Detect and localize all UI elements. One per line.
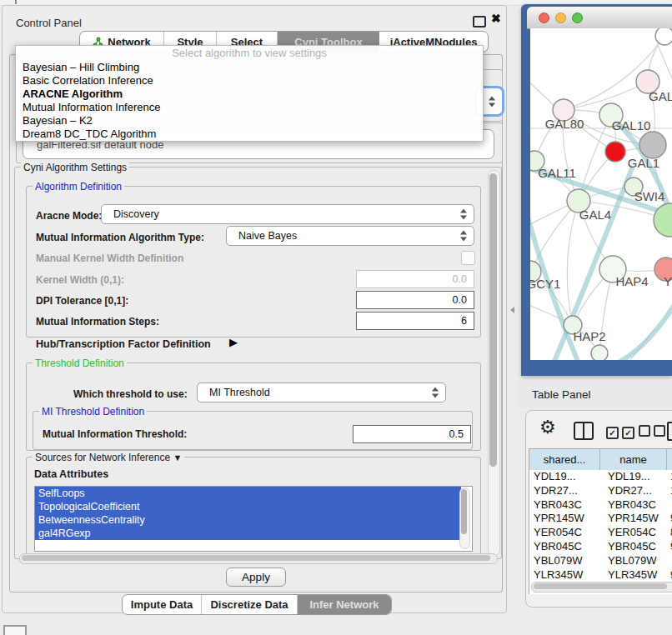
table-column-header[interactable]: shared... [529,449,600,470]
table-cell: YBR043C [529,498,600,512]
network-view-window[interactable]: GALGAL80GAL10GAL1GAL11SWI4GAL4GCY1HAP4YH… [521,4,672,376]
attributes-list-scrollbar[interactable] [459,488,470,549]
algorithm-option[interactable]: Bayesian – Hill Climbing [16,61,483,74]
settings-horizontal-scrollbar[interactable] [19,553,498,564]
table-cell [667,554,672,568]
algorithm-dropdown: Select algorithm to view settings Bayesi… [15,45,484,142]
network-window-titlebar[interactable] [527,7,672,29]
network-node-label: SWI4 [634,189,665,203]
tab-infer-network[interactable]: Infer Network [298,595,391,614]
table-row[interactable]: YER054CYER054C8. [529,526,672,540]
table-row[interactable]: YBR045CYBR045C9. [529,540,672,554]
table-settings-gear-icon[interactable]: ⚙ [539,418,556,437]
kernel-width-field[interactable]: 0.0 [356,270,474,288]
table-cell: YDL19... [600,470,667,484]
docked-panel-icon[interactable] [3,625,27,635]
table-cell: YBL079W [600,554,667,568]
tab-impute-data[interactable]: Impute Data [123,595,202,614]
attribute-list-item[interactable]: TopologicalCoefficient [35,500,461,513]
dpi-tolerance-field[interactable]: 0.0 [356,291,474,309]
algorithm-option[interactable]: Basic Correlation Inference [16,74,483,88]
mi-steps-field[interactable]: 6 [356,312,474,330]
network-node-label: GAL10 [612,118,651,132]
table-cell: YDR27... [529,484,600,498]
table-panel-card: ⚙ ✓✓ shared...name YDL19...YDL19...13YDR… [525,410,672,608]
page-icon[interactable] [667,422,672,441]
table-cell [667,498,672,512]
deselect-checkboxes-icon[interactable] [639,425,669,440]
network-node[interactable] [655,28,672,45]
scrollbar-thumb[interactable] [489,173,497,467]
network-node[interactable] [591,345,608,360]
table-cell: YDR27... [600,484,667,498]
manual-kernel-checkbox[interactable] [461,251,475,265]
scrollbar-thumb[interactable] [461,489,467,534]
network-node-label: GAL11 [538,166,576,180]
toolbar-edge-tick [15,0,17,4]
table-cell: YLR345W [600,568,667,582]
split-columns-icon[interactable] [574,422,594,440]
mi-steps-label: Mutual Information Steps: [36,316,159,328]
aracne-mode-value: Discovery [113,208,159,220]
attribute-list-item[interactable]: SelfLoops [35,487,461,500]
network-node[interactable] [605,142,625,162]
attribute-list-item[interactable]: gal4RGexp [35,527,461,540]
tab-label: Discretize Data [210,598,288,611]
table-cell: 12 [667,484,672,498]
table-cell: YPR145W [600,512,667,526]
close-panel-icon[interactable]: ✖ [491,12,501,25]
aracne-mode-combobox[interactable]: Discovery [101,204,474,224]
tab-discretize-data[interactable]: Discretize Data [202,595,298,614]
algorithm-option[interactable]: ARACNE Algorithm [16,88,483,101]
bottom-tabbar: Impute Data Discretize Data Infer Networ… [122,594,392,615]
collapse-arrow-icon[interactable]: ▼ [173,452,182,462]
table-header-row: shared...name [529,449,672,471]
table-panel-title: Table Panel [532,388,591,401]
select-all-checkboxes-icon[interactable]: ✓✓ [606,424,638,439]
table-row[interactable]: YDR27...YDR27...12 [529,484,672,498]
table-column-header[interactable] [667,449,672,470]
settings-vertical-scrollbar[interactable] [488,170,500,556]
table-row[interactable]: YBR043CYBR043C [529,498,672,512]
dropdown-prompt: Select algorithm to view settings [16,46,483,61]
network-canvas[interactable]: GALGAL80GAL10GAL1GAL11SWI4GAL4GCY1HAP4YH… [530,28,672,360]
zoom-window-icon[interactable] [572,12,583,23]
data-attributes-list[interactable]: SelfLoopsTopologicalCoefficientBetweenne… [34,486,473,552]
combo-arrows-icon [432,388,439,398]
mi-threshold-title: MI Threshold Definition [39,406,147,418]
tab-label: Infer Network [309,598,379,611]
table-row[interactable]: YLR345WYLR345W9. [529,568,672,582]
network-node[interactable] [639,132,666,158]
algorithm-option[interactable]: Dream8 DC_TDC Algorithm [16,128,483,141]
panel-divider-collapse-icon[interactable] [510,307,514,313]
table-cell: 13 [667,470,672,484]
table-cell: 9. [667,512,672,526]
table-horizontal-scrollbar[interactable] [531,582,672,592]
scrollbar-thumb[interactable] [534,583,667,589]
close-window-icon[interactable] [539,12,549,23]
algorithm-option[interactable]: Bayesian – K2 [16,114,483,128]
network-node-label: HAP2 [573,329,605,343]
network-node-label: GAL [649,89,672,103]
table-column-header[interactable]: name [600,449,667,470]
table-cell: YLR345W [529,568,600,582]
table-row[interactable]: YPR145WYPR145W9. [529,512,672,526]
table-row[interactable]: YDL19...YDL19...13 [529,470,672,484]
scrollbar-thumb[interactable] [22,555,490,561]
table-body: YDL19...YDL19...13YDR27...YDR27...12YBR0… [529,470,672,594]
mi-threshold-field[interactable]: 0.5 [353,425,471,443]
network-graph[interactable]: GALGAL80GAL10GAL1GAL11SWI4GAL4GCY1HAP4YH… [530,28,672,360]
algorithm-option[interactable]: Mutual Information Inference [16,101,483,114]
attribute-list-item[interactable]: BetweennessCentrality [35,513,461,527]
which-threshold-label: Which threshold to use: [73,388,188,400]
table-row[interactable]: YBL079WYBL079W [529,554,672,568]
network-node-label: GCY1 [530,277,560,291]
mi-type-value: Naive Bayes [238,230,297,242]
mi-type-combobox[interactable]: Naive Bayes [226,226,474,246]
apply-button[interactable]: Apply [226,568,286,587]
minimize-window-icon[interactable] [555,12,566,23]
float-panel-icon[interactable] [473,16,486,28]
network-edge-highlighted [617,303,672,360]
which-threshold-combobox[interactable]: MI Threshold [197,382,446,402]
expand-arrow-icon[interactable]: ▶ [229,336,238,348]
